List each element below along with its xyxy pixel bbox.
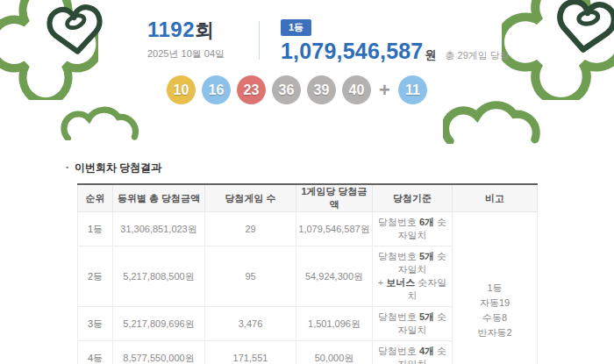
cloud-decoration-right [443,95,541,144]
rank-cell: 4등 [78,341,113,364]
clover-cloud-decoration-top-left [0,0,98,100]
clover-cloud-decoration-top-right [502,0,614,100]
total-prize-cell: 31,306,851,023원 [113,212,205,246]
winning-games-cell: 3,476 [205,307,296,341]
prize-per-game-cell: 50,000원 [296,341,373,364]
prize-per-game-cell: 1,079,546,587원 [296,212,373,246]
remark-cell: 1등자동19수동8반자동2 [453,212,538,364]
results-section-title-text: 이번회차 당첨결과 [75,161,161,174]
rank-cell: 3등 [78,307,113,341]
first-prize-amount: 1,079,546,587 [281,39,423,64]
column-header: 1게임당 당첨금액 [296,184,373,212]
winning-numbers: 101623363940+11 [167,75,427,104]
rank-cell: 1등 [78,212,113,246]
column-header: 비고 [453,184,538,212]
total-prize-cell: 8,577,550,000원 [113,341,205,364]
lotto-ball: 36 [272,75,301,104]
results-table-body: 1등31,306,851,023원291,079,546,587원당첨번호 6개… [78,212,538,364]
criteria-text: + [378,277,386,288]
winning-games-cell: 29 [205,212,296,246]
criteria-text: 당첨번호 [378,251,419,261]
table-row: 1등31,306,851,023원291,079,546,587원당첨번호 6개… [78,212,538,246]
draw-round-block: 1192회 2025년 10월 04일 [147,18,225,61]
criteria-text: 당첨번호 [378,217,419,227]
lotto-ball: 23 [237,75,266,104]
first-prize-badge: 1등 [281,19,311,36]
results-table: 순위등위별 총 당첨금액당첨게임 수1게임당 당첨금액당첨기준비고 1등31,3… [77,183,538,364]
prize-per-game-cell: 54,924,300원 [296,246,373,307]
first-prize-amount-line: 1,079,546,587 원 총 29게임 당첨 [281,39,510,64]
criteria-text: 보너스 [386,277,415,288]
winning-games-cell: 171,551 [205,341,296,364]
total-games-note: 총 29게임 당첨 [445,49,509,62]
lotto-ball: 40 [342,75,371,104]
column-header: 등위별 총 당첨금액 [113,184,205,212]
draw-round-number: 1192 [147,18,195,41]
criteria-text: 6개 [419,217,434,227]
bonus-ball: 11 [398,75,427,104]
column-header: 당첨게임 수 [205,184,296,212]
remark-line: 반자동2 [477,327,511,338]
criteria-cell: 당첨번호 6개 숫자일치 [373,212,453,246]
currency-label: 원 [425,47,436,63]
heart-logo-icon-top-right [547,0,614,61]
criteria-text: 5개 [419,311,434,322]
heart-logo-icon-top-left [43,1,108,61]
rank-cell: 2등 [78,246,113,307]
criteria-text: 당첨번호 [378,311,419,322]
criteria-text: 4개 [419,346,434,356]
lotto-ball: 16 [202,75,231,104]
column-header: 당첨기준 [373,184,453,212]
lotto-result-page: 1192회 2025년 10월 04일 1등 1,079,546,587 원 총… [0,0,614,364]
lotto-ball: 10 [167,75,196,104]
criteria-text: 5개 [419,251,434,261]
total-prize-cell: 5,217,808,500원 [113,246,205,307]
draw-round-suffix: 회 [195,19,214,41]
column-header: 순위 [78,184,113,212]
header-divider [259,21,260,60]
results-table-header-row: 순위등위별 총 당첨금액당첨게임 수1게임당 당첨금액당첨기준비고 [78,184,538,212]
criteria-cell: 당첨번호 4개 숫자일치 [373,341,453,364]
first-prize-block: 1등 1,079,546,587 원 총 29게임 당첨 [281,18,510,64]
draw-date: 2025년 10월 04일 [147,47,225,61]
plus-icon: + [379,79,390,102]
winning-games-cell: 95 [205,246,296,307]
criteria-cell: 당첨번호 5개 숫자일치 [373,307,453,341]
total-prize-cell: 5,217,809,696원 [113,307,205,341]
remark-line: 1등 [487,282,502,293]
prize-per-game-cell: 1,501,096원 [296,307,373,341]
results-section-title: ·이번회차 당첨결과 [66,161,161,175]
remark-line: 수동8 [482,312,507,323]
criteria-cell: 당첨번호 5개 숫자일치+ 보너스 숫자일치 [373,246,453,307]
bullet-icon: · [66,161,69,174]
cloud-decoration-left [58,102,144,140]
lotto-ball: 39 [307,75,336,104]
draw-round-title: 1192회 [147,18,225,44]
remark-line: 자동19 [480,297,510,308]
criteria-text: 당첨번호 [378,346,419,356]
